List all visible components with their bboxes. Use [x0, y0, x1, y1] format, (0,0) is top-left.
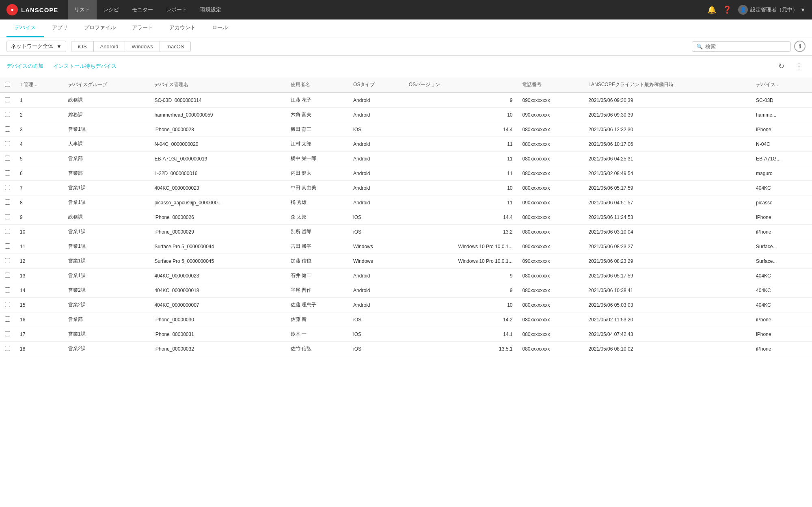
row-checkbox[interactable]	[5, 214, 10, 219]
header-id[interactable]: ↑ 管理...	[15, 77, 63, 93]
row-checkbox[interactable]	[5, 97, 10, 102]
subnav-app[interactable]: アプリ	[44, 20, 76, 37]
cell-id: 17	[15, 327, 63, 342]
cell-id: 9	[15, 210, 63, 225]
table-row: 10 営業1課 iPhone_00000029 別所 哲郎 iOS 13.2 0…	[0, 225, 812, 239]
header-group[interactable]: デバイスグループ	[63, 77, 149, 93]
cell-id: 13	[15, 269, 63, 283]
cell-os-type: Android	[348, 269, 404, 283]
row-checkbox[interactable]	[5, 273, 10, 278]
cell-device-name: iPhone_00000026	[149, 210, 285, 225]
more-options-button[interactable]: ⋮	[793, 60, 806, 73]
cell-group: 営業部	[63, 152, 149, 166]
row-checkbox[interactable]	[5, 112, 10, 117]
row-checkbox[interactable]	[5, 199, 10, 205]
cell-phone: 090xxxxxxxx	[517, 239, 583, 254]
notification-icon[interactable]: 🔔	[707, 5, 716, 14]
search-input[interactable]	[705, 43, 786, 50]
cell-phone: 090xxxxxxxx	[517, 195, 583, 210]
os-btn-ios[interactable]: iOS	[71, 41, 94, 52]
subnav-alert[interactable]: アラート	[124, 20, 161, 37]
cell-os-version: 14.4	[404, 122, 518, 137]
nav-item-recipe[interactable]: レシピ	[97, 0, 125, 20]
table-row: 16 営業部 iPhone_00000030 佐藤 新 iOS 14.2 080…	[0, 312, 812, 327]
subnav-role[interactable]: ロール	[204, 20, 236, 37]
cell-id: 2	[15, 108, 63, 122]
row-checkbox[interactable]	[5, 156, 10, 161]
top-nav-right: 🔔 ❓ 👤 設定管理者（元中） ▼	[707, 5, 806, 15]
cell-phone: 080xxxxxxxx	[517, 166, 583, 181]
row-checkbox-cell	[0, 283, 15, 298]
header-user[interactable]: 使用者名	[286, 77, 349, 93]
cell-device-model: SC-03D	[751, 93, 812, 108]
header-os-version[interactable]: OSバージョン	[404, 77, 518, 93]
pending-install-link[interactable]: インストール待ちデバイス	[53, 63, 117, 70]
cell-os-version: 9	[404, 283, 518, 298]
cell-group: 総務課	[63, 93, 149, 108]
network-select[interactable]: ネットワーク全体 ▼	[6, 41, 66, 52]
table-row: 8 営業1課 picasso_aapcus6jp_0000000... 橘 秀雄…	[0, 195, 812, 210]
row-checkbox[interactable]	[5, 346, 10, 351]
cell-id: 3	[15, 122, 63, 137]
cell-group: 営業2課	[63, 283, 149, 298]
cell-phone: 080xxxxxxxx	[517, 210, 583, 225]
subnav-profile[interactable]: プロファイル	[76, 20, 124, 37]
subnav-account[interactable]: アカウント	[161, 20, 204, 37]
cell-group: 営業1課	[63, 195, 149, 210]
header-phone[interactable]: 電話番号	[517, 77, 583, 93]
cell-os-version: 9	[404, 269, 518, 283]
cell-device-model: N-04C	[751, 137, 812, 152]
row-checkbox[interactable]	[5, 126, 10, 132]
row-checkbox[interactable]	[5, 185, 10, 190]
cell-os-type: Android	[348, 298, 404, 312]
actions-bar: デバイスの追加 インストール待ちデバイス ↻ ⋮	[0, 56, 812, 77]
row-checkbox-cell	[0, 210, 15, 225]
subnav-device[interactable]: デバイス	[6, 20, 44, 37]
cell-last-active: 2021/05/06 05:17:59	[583, 181, 751, 195]
row-checkbox[interactable]	[5, 316, 10, 322]
row-checkbox[interactable]	[5, 302, 10, 307]
logo-area[interactable]: ● LANSCOPE	[6, 4, 58, 15]
nav-item-settings[interactable]: 環境設定	[194, 0, 228, 20]
row-checkbox[interactable]	[5, 229, 10, 234]
table-row: 18 営業2課 iPhone_00000032 佐竹 信弘 iOS 13.5.1…	[0, 342, 812, 356]
row-checkbox[interactable]	[5, 331, 10, 336]
device-table: ↑ 管理... デバイスグループ デバイス管理名 使用者名 OSタイプ OSバー…	[0, 77, 812, 356]
logo-icon: ●	[6, 4, 18, 15]
row-checkbox[interactable]	[5, 141, 10, 146]
cell-os-type: iOS	[348, 225, 404, 239]
help-icon[interactable]: ❓	[723, 5, 732, 14]
cell-device-name: Surface Pro 5_0000000045	[149, 254, 285, 269]
table-row: 5 営業部 EB-A71GJ_0000000019 橋中 栄一郎 Android…	[0, 152, 812, 166]
cell-os-version: 11	[404, 152, 518, 166]
header-device-name[interactable]: デバイス管理名	[149, 77, 285, 93]
network-select-label: ネットワーク全体	[11, 43, 53, 50]
row-checkbox[interactable]	[5, 258, 10, 263]
top-navigation: ● LANSCOPE リスト レシピ モニター レポート 環境設定 🔔 ❓ 👤 …	[0, 0, 812, 20]
cell-last-active: 2021/05/06 04:51:57	[583, 195, 751, 210]
select-all-checkbox[interactable]	[5, 82, 10, 87]
refresh-button[interactable]: ↻	[775, 60, 788, 73]
os-btn-windows[interactable]: Windows	[125, 41, 160, 52]
nav-item-report[interactable]: レポート	[160, 0, 194, 20]
row-checkbox[interactable]	[5, 287, 10, 292]
user-dropdown-icon: ▼	[800, 7, 806, 13]
header-device-model[interactable]: デバイス...	[751, 77, 812, 93]
os-btn-macos[interactable]: macOS	[160, 41, 190, 52]
row-checkbox[interactable]	[5, 170, 10, 176]
row-checkbox-cell	[0, 254, 15, 269]
cell-device-model: 404KC	[751, 298, 812, 312]
header-last-active[interactable]: LANSCOPEクライアント最終稼働日時	[583, 77, 751, 93]
row-checkbox[interactable]	[5, 243, 10, 249]
user-area[interactable]: 👤 設定管理者（元中） ▼	[738, 5, 806, 15]
nav-item-list[interactable]: リスト	[68, 0, 97, 20]
info-button[interactable]: ℹ	[794, 41, 806, 52]
add-device-link[interactable]: デバイスの追加	[6, 63, 43, 70]
table-row: 6 営業部 L-22D_0000000016 内田 健太 Android 11 …	[0, 166, 812, 181]
header-os-type[interactable]: OSタイプ	[348, 77, 404, 93]
row-checkbox-cell	[0, 327, 15, 342]
nav-item-monitor[interactable]: モニター	[125, 0, 160, 20]
cell-os-type: Android	[348, 93, 404, 108]
cell-os-type: Android	[348, 137, 404, 152]
os-btn-android[interactable]: Android	[94, 41, 125, 52]
